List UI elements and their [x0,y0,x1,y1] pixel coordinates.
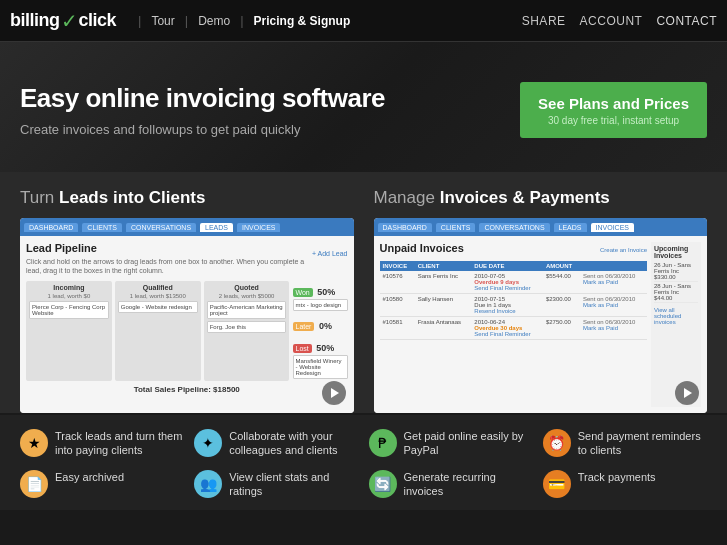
nav-tour[interactable]: Tour [145,14,180,28]
view-all-invoices-link[interactable]: View all scheduled invoices [654,307,698,325]
inv-tab-leads[interactable]: LEADS [554,223,587,232]
invoices-app-screenshot: DASHBOARD CLIENTS CONVERSATIONS LEADS IN… [374,218,708,413]
invoices-play-button[interactable] [675,381,699,405]
inv-tab-clients[interactable]: CLIENTS [436,223,476,232]
inv-tab-conversations[interactable]: CONVERSATIONS [479,223,549,232]
pipeline-incoming: Incoming 1 lead, worth $0 Pierce Corp - … [26,281,112,381]
bottom-row-1: ★ Track leads and turn them into paying … [20,429,707,460]
feature-collaborate-title: Collaborate with your colleagues and cli… [229,429,358,458]
play-icon [684,388,692,398]
leads-tab-invoices[interactable]: INVOICES [237,223,280,232]
invoices-heading-bold: Invoices & Payments [440,188,610,207]
leads-app-bar: DASHBOARD CLIENTS CONVERSATIONS LEADS IN… [20,218,354,236]
lost-item: Mansfield Winery - Website Redesign [293,355,348,379]
nav-demo[interactable]: Demo [192,14,236,28]
feature-paypal-title: Get paid online easily by PayPal [404,429,533,458]
feature-paypal: ₱ Get paid online easily by PayPal [369,429,533,460]
invoice-client: Frasia Antanaas [415,317,472,340]
later-percent: 0% [319,321,332,331]
pipeline-item: Pacific-American Marketing project [207,301,287,319]
pipeline-quoted-head: Quoted [207,284,287,291]
pipeline-item: Google - Website redesign [118,301,198,313]
nav-account[interactable]: ACCOUNT [580,14,643,28]
upcoming-title: Upcoming Invoices [654,245,698,259]
track-payments-icon: 💳 [543,470,571,498]
feature-leads-text: Track leads and turn them into paying cl… [55,429,184,460]
logo[interactable]: billing ✓ click [10,9,116,33]
pipeline-item: Pierce Corp - Fencing Corp Website [29,301,109,319]
feature-track-payments-text: Track payments [578,470,707,486]
feature-leads-title: Track leads and turn them into paying cl… [55,429,184,458]
feature-client-stats-title: View client stats and ratings [229,470,358,499]
feature-reminders-title: Send payment reminders to clients [578,429,707,458]
invoice-due: 2010-07-05 Overdue 9 days Send Final Rem… [471,271,543,294]
leads-tab-dashboard[interactable]: DASHBOARD [24,223,78,232]
archived-icon: 📄 [20,470,48,498]
leads-heading-pre: Turn [20,188,59,207]
add-lead-link[interactable]: + Add Lead [312,250,348,257]
nav-divider-3: | [240,13,243,28]
invoice-due: 2010-07-15 Due in 1 days Resend Invoice [471,294,543,317]
nav-links: | Tour | Demo | Pricing & Signup [134,13,522,28]
bottom-row-2: 📄 Easy archived 👥 View client stats and … [20,470,707,501]
col-due-date: DUE DATE [471,261,543,271]
leads-column: Turn Leads into Clients DASHBOARD CLIENT… [20,188,354,413]
col-empty [580,261,647,271]
pipeline-incoming-head: Incoming [29,284,109,291]
leads-tab-leads[interactable]: LEADS [200,223,233,232]
invoice-id: #10580 [380,294,415,317]
nav-contact[interactable]: CONTACT [656,14,717,28]
feature-archived: 📄 Easy archived [20,470,184,501]
invoice-row: #10581 Frasia Antanaas 2010-06-24 Overdu… [380,317,648,340]
mark-paid-link[interactable]: Mark as Paid [583,325,644,331]
nav-divider-1: | [138,13,141,28]
invoice-actions: Sent on 06/30/2010 Mark as Paid [580,271,647,294]
won-percent: 50% [317,287,335,297]
leads-play-button[interactable] [322,381,346,405]
mark-paid-link[interactable]: Mark as Paid [583,279,644,285]
nav-share[interactable]: SHARE [522,14,566,28]
pipeline-total: Total Sales Pipeline: $18500 [26,385,348,394]
play-icon [331,388,339,398]
mark-paid-link[interactable]: Mark as Paid [583,302,644,308]
won-badge: Won [293,288,313,297]
leads-app-desc: Click and hold on the arrows to drag lea… [26,257,308,275]
inv-tab-dashboard[interactable]: DASHBOARD [378,223,432,232]
nav-right: SHARE ACCOUNT CONTACT [522,14,717,28]
invoice-amount: $2300.00 [543,294,580,317]
col-amount: AMOUNT [543,261,580,271]
upcoming-item: 28 Jun - Sans Ferris Inc $44.00 [654,282,698,303]
collaborate-icon: ✦ [194,429,222,457]
create-invoice-link[interactable]: Create an Invoice [600,247,647,253]
invoice-id: #10576 [380,271,415,294]
resend-invoice-link[interactable]: Resend Invoice [474,308,540,314]
client-stats-icon: 👥 [194,470,222,498]
nav-pricing[interactable]: Pricing & Signup [248,14,357,28]
logo-click: click [79,10,117,31]
hero-title: Easy online invoicing software [20,83,385,114]
feature-track-payments-title: Track payments [578,470,707,484]
pipeline-qualified-head: Qualified [118,284,198,291]
feature-archived-title: Easy archived [55,470,184,484]
invoice-amount: $2750.00 [543,317,580,340]
nav-divider-2: | [185,13,188,28]
pipeline-qualified: Qualified 1 lead, worth $13500 Google - … [115,281,201,381]
leads-tab-clients[interactable]: CLIENTS [82,223,122,232]
pipeline-quoted: Quoted 2 leads, worth $5000 Pacific-Amer… [204,281,290,381]
logo-billing: billing [10,10,60,31]
send-reminder-link[interactable]: Send Final Reminder [474,331,540,337]
send-reminder-link[interactable]: Send Final Reminder [474,285,540,291]
hero-cta-button[interactable]: See Plans and Prices 30 day free trial, … [520,82,707,139]
feature-reminders-text: Send payment reminders to clients [578,429,707,460]
feature-recurring-title: Generate recurring invoices [404,470,533,499]
invoices-column: Manage Invoices & Payments DASHBOARD CLI… [374,188,708,413]
hero-section: Easy online invoicing software Create in… [0,42,727,172]
invoice-id: #10581 [380,317,415,340]
inv-tab-invoices[interactable]: INVOICES [591,223,634,232]
navbar: billing ✓ click | Tour | Demo | Pricing … [0,0,727,42]
hero-text: Easy online invoicing software Create in… [20,83,385,137]
leads-tab-conversations[interactable]: CONVERSATIONS [126,223,196,232]
logo-checkmark: ✓ [61,9,78,33]
leads-app-title: Lead Pipeline [26,242,308,254]
bottom-features: ★ Track leads and turn them into paying … [0,415,727,510]
